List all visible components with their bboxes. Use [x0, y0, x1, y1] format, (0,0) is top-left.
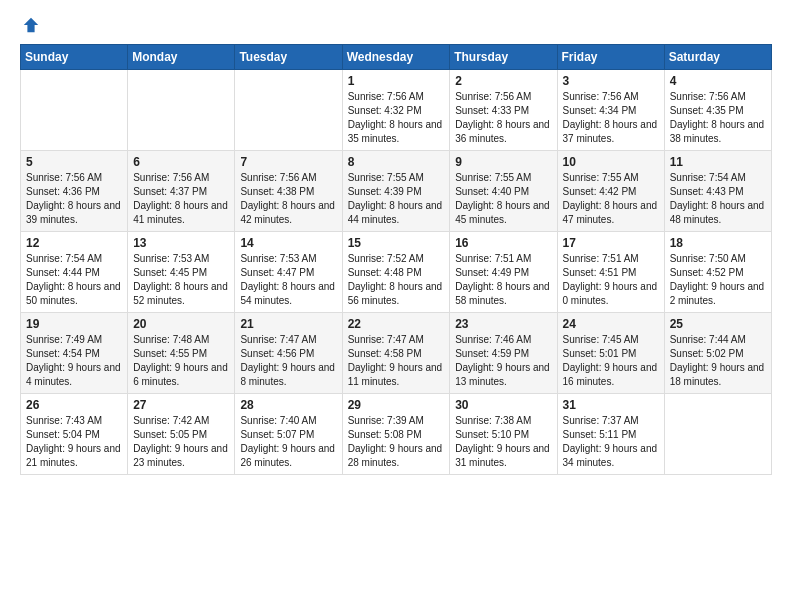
calendar-cell [128, 70, 235, 151]
day-info: Sunrise: 7:47 AM Sunset: 4:56 PM Dayligh… [240, 333, 336, 389]
calendar-cell: 1Sunrise: 7:56 AM Sunset: 4:32 PM Daylig… [342, 70, 450, 151]
day-number: 30 [455, 398, 551, 412]
calendar-cell [21, 70, 128, 151]
weekday-header-sunday: Sunday [21, 45, 128, 70]
calendar-cell: 18Sunrise: 7:50 AM Sunset: 4:52 PM Dayli… [664, 232, 771, 313]
calendar-week-row: 26Sunrise: 7:43 AM Sunset: 5:04 PM Dayli… [21, 394, 772, 475]
calendar-cell: 17Sunrise: 7:51 AM Sunset: 4:51 PM Dayli… [557, 232, 664, 313]
day-number: 8 [348, 155, 445, 169]
calendar-cell: 31Sunrise: 7:37 AM Sunset: 5:11 PM Dayli… [557, 394, 664, 475]
calendar-cell: 28Sunrise: 7:40 AM Sunset: 5:07 PM Dayli… [235, 394, 342, 475]
day-info: Sunrise: 7:53 AM Sunset: 4:47 PM Dayligh… [240, 252, 336, 308]
day-number: 17 [563, 236, 659, 250]
day-number: 7 [240, 155, 336, 169]
weekday-header-thursday: Thursday [450, 45, 557, 70]
day-info: Sunrise: 7:55 AM Sunset: 4:42 PM Dayligh… [563, 171, 659, 227]
weekday-header-wednesday: Wednesday [342, 45, 450, 70]
day-info: Sunrise: 7:45 AM Sunset: 5:01 PM Dayligh… [563, 333, 659, 389]
calendar-cell [235, 70, 342, 151]
logo-icon [22, 16, 40, 34]
day-info: Sunrise: 7:56 AM Sunset: 4:37 PM Dayligh… [133, 171, 229, 227]
day-info: Sunrise: 7:51 AM Sunset: 4:49 PM Dayligh… [455, 252, 551, 308]
day-number: 3 [563, 74, 659, 88]
logo [20, 16, 40, 34]
day-info: Sunrise: 7:56 AM Sunset: 4:38 PM Dayligh… [240, 171, 336, 227]
calendar-cell: 3Sunrise: 7:56 AM Sunset: 4:34 PM Daylig… [557, 70, 664, 151]
day-info: Sunrise: 7:54 AM Sunset: 4:43 PM Dayligh… [670, 171, 766, 227]
day-info: Sunrise: 7:56 AM Sunset: 4:33 PM Dayligh… [455, 90, 551, 146]
day-info: Sunrise: 7:55 AM Sunset: 4:40 PM Dayligh… [455, 171, 551, 227]
header [20, 16, 772, 34]
page: SundayMondayTuesdayWednesdayThursdayFrid… [0, 0, 792, 612]
day-number: 12 [26, 236, 122, 250]
calendar-cell: 10Sunrise: 7:55 AM Sunset: 4:42 PM Dayli… [557, 151, 664, 232]
calendar-week-row: 5Sunrise: 7:56 AM Sunset: 4:36 PM Daylig… [21, 151, 772, 232]
svg-marker-0 [24, 18, 38, 32]
calendar-cell: 26Sunrise: 7:43 AM Sunset: 5:04 PM Dayli… [21, 394, 128, 475]
day-number: 11 [670, 155, 766, 169]
calendar-cell: 4Sunrise: 7:56 AM Sunset: 4:35 PM Daylig… [664, 70, 771, 151]
day-info: Sunrise: 7:56 AM Sunset: 4:35 PM Dayligh… [670, 90, 766, 146]
day-info: Sunrise: 7:44 AM Sunset: 5:02 PM Dayligh… [670, 333, 766, 389]
day-number: 20 [133, 317, 229, 331]
day-number: 29 [348, 398, 445, 412]
day-info: Sunrise: 7:46 AM Sunset: 4:59 PM Dayligh… [455, 333, 551, 389]
calendar-cell: 22Sunrise: 7:47 AM Sunset: 4:58 PM Dayli… [342, 313, 450, 394]
day-info: Sunrise: 7:42 AM Sunset: 5:05 PM Dayligh… [133, 414, 229, 470]
calendar-cell: 25Sunrise: 7:44 AM Sunset: 5:02 PM Dayli… [664, 313, 771, 394]
calendar-cell: 12Sunrise: 7:54 AM Sunset: 4:44 PM Dayli… [21, 232, 128, 313]
day-info: Sunrise: 7:48 AM Sunset: 4:55 PM Dayligh… [133, 333, 229, 389]
day-info: Sunrise: 7:38 AM Sunset: 5:10 PM Dayligh… [455, 414, 551, 470]
day-number: 26 [26, 398, 122, 412]
calendar-cell: 13Sunrise: 7:53 AM Sunset: 4:45 PM Dayli… [128, 232, 235, 313]
calendar-table: SundayMondayTuesdayWednesdayThursdayFrid… [20, 44, 772, 475]
calendar-cell: 19Sunrise: 7:49 AM Sunset: 4:54 PM Dayli… [21, 313, 128, 394]
day-info: Sunrise: 7:49 AM Sunset: 4:54 PM Dayligh… [26, 333, 122, 389]
day-number: 5 [26, 155, 122, 169]
day-number: 28 [240, 398, 336, 412]
calendar-cell: 2Sunrise: 7:56 AM Sunset: 4:33 PM Daylig… [450, 70, 557, 151]
day-info: Sunrise: 7:37 AM Sunset: 5:11 PM Dayligh… [563, 414, 659, 470]
day-number: 22 [348, 317, 445, 331]
day-number: 27 [133, 398, 229, 412]
day-number: 24 [563, 317, 659, 331]
calendar-week-row: 1Sunrise: 7:56 AM Sunset: 4:32 PM Daylig… [21, 70, 772, 151]
day-number: 23 [455, 317, 551, 331]
calendar-cell: 27Sunrise: 7:42 AM Sunset: 5:05 PM Dayli… [128, 394, 235, 475]
day-info: Sunrise: 7:40 AM Sunset: 5:07 PM Dayligh… [240, 414, 336, 470]
day-number: 25 [670, 317, 766, 331]
day-info: Sunrise: 7:55 AM Sunset: 4:39 PM Dayligh… [348, 171, 445, 227]
day-number: 31 [563, 398, 659, 412]
day-number: 1 [348, 74, 445, 88]
calendar-cell: 16Sunrise: 7:51 AM Sunset: 4:49 PM Dayli… [450, 232, 557, 313]
day-info: Sunrise: 7:54 AM Sunset: 4:44 PM Dayligh… [26, 252, 122, 308]
calendar-cell: 29Sunrise: 7:39 AM Sunset: 5:08 PM Dayli… [342, 394, 450, 475]
calendar-cell: 14Sunrise: 7:53 AM Sunset: 4:47 PM Dayli… [235, 232, 342, 313]
calendar-cell: 7Sunrise: 7:56 AM Sunset: 4:38 PM Daylig… [235, 151, 342, 232]
calendar-cell: 23Sunrise: 7:46 AM Sunset: 4:59 PM Dayli… [450, 313, 557, 394]
day-info: Sunrise: 7:56 AM Sunset: 4:36 PM Dayligh… [26, 171, 122, 227]
day-number: 15 [348, 236, 445, 250]
calendar-cell: 20Sunrise: 7:48 AM Sunset: 4:55 PM Dayli… [128, 313, 235, 394]
day-number: 18 [670, 236, 766, 250]
day-number: 4 [670, 74, 766, 88]
calendar-cell: 5Sunrise: 7:56 AM Sunset: 4:36 PM Daylig… [21, 151, 128, 232]
weekday-header-saturday: Saturday [664, 45, 771, 70]
calendar-cell: 15Sunrise: 7:52 AM Sunset: 4:48 PM Dayli… [342, 232, 450, 313]
weekday-header-friday: Friday [557, 45, 664, 70]
day-number: 19 [26, 317, 122, 331]
calendar-cell: 11Sunrise: 7:54 AM Sunset: 4:43 PM Dayli… [664, 151, 771, 232]
day-info: Sunrise: 7:56 AM Sunset: 4:34 PM Dayligh… [563, 90, 659, 146]
calendar-cell: 24Sunrise: 7:45 AM Sunset: 5:01 PM Dayli… [557, 313, 664, 394]
calendar-cell: 9Sunrise: 7:55 AM Sunset: 4:40 PM Daylig… [450, 151, 557, 232]
day-info: Sunrise: 7:47 AM Sunset: 4:58 PM Dayligh… [348, 333, 445, 389]
calendar-week-row: 12Sunrise: 7:54 AM Sunset: 4:44 PM Dayli… [21, 232, 772, 313]
weekday-header-monday: Monday [128, 45, 235, 70]
calendar-cell: 8Sunrise: 7:55 AM Sunset: 4:39 PM Daylig… [342, 151, 450, 232]
day-info: Sunrise: 7:52 AM Sunset: 4:48 PM Dayligh… [348, 252, 445, 308]
day-number: 13 [133, 236, 229, 250]
day-info: Sunrise: 7:53 AM Sunset: 4:45 PM Dayligh… [133, 252, 229, 308]
day-info: Sunrise: 7:50 AM Sunset: 4:52 PM Dayligh… [670, 252, 766, 308]
day-number: 9 [455, 155, 551, 169]
calendar-cell: 21Sunrise: 7:47 AM Sunset: 4:56 PM Dayli… [235, 313, 342, 394]
